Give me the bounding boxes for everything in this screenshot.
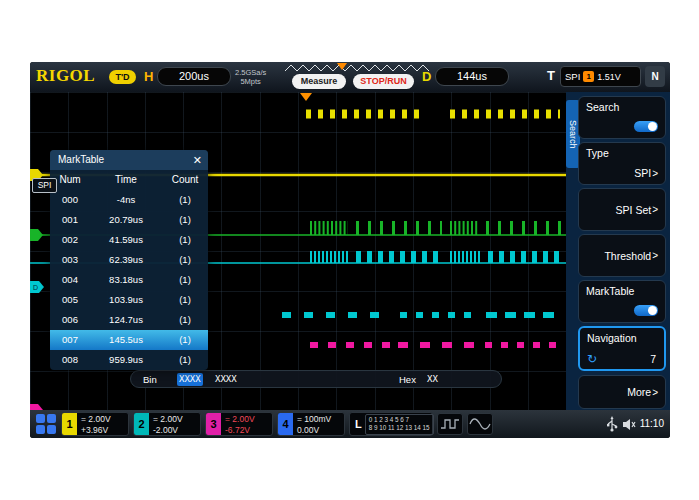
logic-row-2: 8 9 10 11 12 13 14 15: [369, 424, 430, 433]
bottom-status-bar: 1 = 2.00V +3.96V 2 = 2.00V -2.00V 3 = 2.…: [30, 410, 670, 438]
scale-value: 2.00V: [88, 414, 110, 424]
channel-3-values: = 2.00V -6.72V: [221, 413, 272, 435]
trigger-info-box[interactable]: SPI 1 1.51V: [560, 66, 641, 87]
type-value: SPI>: [634, 167, 658, 179]
navigation-label: Navigation: [587, 332, 637, 344]
marktable-window: MarkTable ✕ Num Time Count 000-4ns(1) 00…: [50, 150, 208, 370]
waveform-preview-strip[interactable]: [285, 63, 431, 73]
offset-value: -2.00V: [153, 425, 200, 436]
logic-digits: 0 1 2 3 4 5 6 7 8 9 10 11 12 13 14 15: [365, 414, 434, 435]
menu-item-spi-set[interactable]: SPI Set>: [578, 188, 666, 231]
channel-1-badge: 1: [62, 413, 77, 435]
source-2-tile[interactable]: [467, 413, 493, 435]
hex-label: Hex: [399, 374, 416, 385]
table-row[interactable]: 005103.9us(1): [50, 290, 208, 310]
type-value-text: SPI: [634, 167, 651, 179]
channel-3-badge: 3: [206, 413, 221, 435]
delay-label: D: [422, 69, 431, 84]
trigger-level: 1.51V: [597, 72, 621, 82]
sine-wave-icon: [468, 414, 492, 434]
channel-1-values: = 2.00V +3.96V: [77, 413, 128, 435]
menu-item-more[interactable]: More>: [578, 375, 666, 409]
table-row-selected[interactable]: 007145.5us(1): [50, 330, 208, 350]
logic-row-1: 0 1 2 3 4 5 6 7: [369, 416, 430, 425]
scale-value: 100mV: [304, 414, 331, 424]
channel-3-status[interactable]: 3 = 2.00V -6.72V: [205, 412, 273, 436]
channel-4-status[interactable]: 4 = 100mV 0.00V: [277, 412, 345, 436]
ch4-position-marker[interactable]: [30, 404, 43, 410]
coupling-icon: =: [81, 414, 86, 424]
channel-4-badge: 4: [278, 413, 293, 435]
marktable-titlebar[interactable]: MarkTable ✕: [50, 150, 208, 170]
preview-zigzag: [285, 65, 429, 71]
stop-run-button[interactable]: STOP/RUN: [353, 74, 414, 89]
channel-2-badge: 2: [134, 413, 149, 435]
marktable-title: MarkTable: [58, 154, 104, 165]
square-wave-icon: [438, 414, 462, 434]
trigger-source-badge: 1: [583, 71, 594, 82]
channel-2-values: = 2.00V -2.00V: [149, 413, 200, 435]
waveform-grid-area: D SPI Bin XXXX XXXX Hex XX: [30, 92, 566, 410]
logic-channels-status[interactable]: L 0 1 2 3 4 5 6 7 8 9 10 11 12 13 14 15: [349, 412, 433, 436]
coupling-icon: =: [153, 414, 158, 424]
marktable-label: MarkTable: [586, 285, 634, 297]
source-1-tile[interactable]: [437, 413, 463, 435]
memory-depth: 5Mpts: [235, 78, 266, 87]
measure-button[interactable]: Measure: [292, 74, 346, 89]
usb-icon: [606, 416, 618, 432]
marktable-toggle[interactable]: [634, 305, 658, 316]
marktable-header: Num Time Count: [50, 170, 208, 190]
close-icon[interactable]: ✕: [193, 150, 202, 170]
chevron-right-icon: >: [652, 387, 658, 398]
trigger-label: T: [547, 68, 555, 83]
oscilloscope-screen: RIGOL T'D H 200us 2.5GSa/s 5Mpts Measure…: [30, 62, 670, 438]
col-time: Time: [90, 170, 162, 190]
channel-1-status[interactable]: 1 = 2.00V +3.96V: [61, 412, 129, 436]
navigation-value: 7: [650, 353, 656, 365]
spi-set-label: SPI Set: [616, 204, 652, 216]
menu-item-search[interactable]: Search: [578, 96, 666, 139]
table-row[interactable]: 008959.9us(1): [50, 350, 208, 370]
speaker-mute-icon[interactable]: [622, 418, 636, 431]
bus-decode-bar: Bin XXXX XXXX Hex XX: [130, 370, 502, 388]
scale-value: 2.00V: [232, 414, 254, 424]
trigger-position-marker[interactable]: [300, 93, 312, 101]
clock: 11:10: [640, 418, 664, 429]
offset-value: 0.00V: [297, 425, 344, 436]
page: RIGOL T'D H 200us 2.5GSa/s 5Mpts Measure…: [0, 0, 699, 500]
timebase-box[interactable]: 200us: [157, 67, 231, 86]
search-toggle[interactable]: [634, 121, 658, 132]
chevron-right-icon: >: [652, 204, 658, 215]
offset-value: +3.96V: [81, 425, 128, 436]
apps-grid-icon[interactable]: [35, 413, 57, 435]
menu-item-marktable[interactable]: MarkTable: [578, 280, 666, 323]
threshold-label: Threshold: [604, 250, 651, 262]
bin-value: XXXX: [215, 374, 237, 384]
col-count: Count: [162, 170, 208, 190]
table-row[interactable]: 006124.7us(1): [50, 310, 208, 330]
trigger-mode-badge: N: [645, 66, 665, 87]
table-row[interactable]: 00483.18us(1): [50, 270, 208, 290]
table-row[interactable]: 00362.39us(1): [50, 250, 208, 270]
bin-label: Bin: [143, 374, 157, 385]
scale-value: 2.00V: [160, 414, 182, 424]
chevron-right-icon: >: [652, 250, 658, 261]
acquisition-info: 2.5GSa/s 5Mpts: [235, 69, 266, 86]
channel-4-values: = 100mV 0.00V: [293, 413, 344, 435]
table-row[interactable]: 000-4ns(1): [50, 190, 208, 210]
menu-item-threshold[interactable]: Threshold>: [578, 234, 666, 277]
rigol-logo: RIGOL: [36, 66, 95, 86]
table-row[interactable]: 00120.79us(1): [50, 210, 208, 230]
preview-trigger-marker-icon: [337, 63, 347, 70]
toggle-knob: [648, 306, 657, 315]
table-row[interactable]: 00241.59us(1): [50, 230, 208, 250]
rotate-ccw-icon: ↻: [587, 352, 597, 366]
horizontal-label: H: [144, 69, 153, 84]
menu-item-navigation[interactable]: Navigation ↻ 7: [578, 326, 666, 371]
search-menu-panel: Search Search Type SPI> SPI Set> Thresho…: [566, 92, 670, 410]
channel-2-status[interactable]: 2 = 2.00V -2.00V: [133, 412, 201, 436]
spi-bus-label: SPI: [32, 178, 57, 193]
delay-box[interactable]: 144us: [435, 67, 509, 86]
menu-item-type[interactable]: Type SPI>: [578, 142, 666, 185]
logic-label: L: [355, 418, 362, 430]
